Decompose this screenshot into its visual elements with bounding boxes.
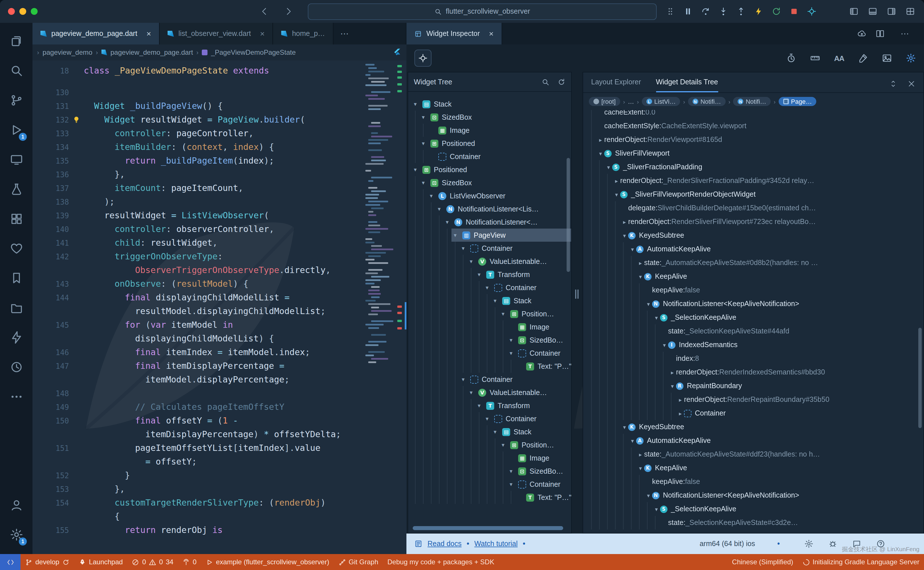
select-widget-mode-button[interactable] xyxy=(414,50,432,67)
tree-item-image[interactable]: ▦Image xyxy=(408,452,571,464)
tree-item-valuelistenable[interactable]: ▾VValueListenable… xyxy=(408,386,571,399)
expand-arrow-icon[interactable]: ▾ xyxy=(637,465,644,471)
activity-project-manager[interactable] xyxy=(0,293,32,323)
expand-arrow-icon[interactable]: ▾ xyxy=(491,429,499,435)
expand-arrow-icon[interactable]: ▾ xyxy=(412,167,419,173)
minimap[interactable] xyxy=(365,64,393,369)
expand-arrow-icon[interactable]: ▸ xyxy=(621,219,628,225)
code-editor[interactable]: 18class _PageViewDemoPageState extends13… xyxy=(32,60,406,554)
step-over-icon[interactable] xyxy=(701,7,710,16)
statusbar-launch-config[interactable]: example (flutter_scrollview_observer) xyxy=(201,554,334,570)
crumb-chip-listvi[interactable]: LListVi… xyxy=(642,97,680,106)
details-node-keyedsubtree[interactable]: ▾KKeyedSubtree xyxy=(583,228,923,242)
expand-arrow-icon[interactable]: ▾ xyxy=(491,297,499,304)
breadcrumb-item[interactable]: _PageViewDemoPageState xyxy=(211,49,296,57)
tree-item-container[interactable]: ▾Container xyxy=(408,412,571,425)
crumb-chip-page[interactable]: ▥Page… xyxy=(778,97,816,106)
expand-arrow-icon[interactable]: ▾ xyxy=(435,206,443,212)
tree-item-listviewobserver[interactable]: ▾LListViewObserver xyxy=(408,189,571,202)
expand-arrow-icon[interactable]: ▾ xyxy=(507,337,515,343)
details-node-keepalive[interactable]: ▾KKeepAlive xyxy=(583,270,923,283)
details-node-keepalive[interactable]: ▾KKeepAlive xyxy=(583,461,923,475)
tree-refresh-icon[interactable] xyxy=(558,78,565,86)
toggle-sidebar-left-icon[interactable] xyxy=(849,7,858,16)
activity-accounts[interactable] xyxy=(0,490,32,520)
expand-arrow-icon[interactable]: ▾ xyxy=(460,245,467,251)
hot-reload-icon[interactable] xyxy=(754,7,763,16)
activity-remote-explorer[interactable] xyxy=(0,145,32,175)
step-into-icon[interactable] xyxy=(719,7,728,16)
expand-arrow-icon[interactable]: ▾ xyxy=(452,232,459,238)
details-node-automatickeepalive[interactable]: ▾AAutomaticKeepAlive xyxy=(583,434,923,447)
minimize-window-button[interactable] xyxy=(19,8,26,15)
details-property-row[interactable]: cacheExtentStyle: CacheExtentStyle.viewp… xyxy=(583,119,923,133)
expand-arrow-icon[interactable]: ▾ xyxy=(613,191,620,198)
repaint-rainbow-icon[interactable] xyxy=(858,53,868,63)
tree-item-stack[interactable]: ▾▤Stack xyxy=(408,294,571,307)
activity-more[interactable] xyxy=(0,382,32,412)
split-editor-icon[interactable] xyxy=(875,29,885,38)
widget-tree-vscrollbar[interactable] xyxy=(567,158,570,272)
expand-arrow-icon[interactable]: ▾ xyxy=(507,468,515,474)
more-actions-icon[interactable]: ⋯ xyxy=(894,29,916,39)
guidelines-icon[interactable] xyxy=(810,53,820,63)
details-property-row[interactable]: ▸state: _AutomaticKeepAliveState#ddf23(h… xyxy=(583,447,923,461)
activity-search[interactable] xyxy=(0,56,32,86)
customize-layout-icon[interactable] xyxy=(906,7,915,16)
tree-item-notificationlistenerlis[interactable]: ▾NNotificationListener<Lis… xyxy=(408,202,571,216)
details-node-sliverfractionalpadding[interactable]: ▾S_SliverFractionalPadding xyxy=(583,160,923,174)
tab-close-icon[interactable]: × xyxy=(147,29,151,38)
tree-item-positioned[interactable]: ▾⊞Positioned xyxy=(408,163,571,176)
lightbulb-icon[interactable] xyxy=(69,116,84,124)
statusbar-debug-config[interactable]: Debug my code + packages + SDK xyxy=(383,554,499,570)
tree-item-transform[interactable]: ▾TTransform xyxy=(408,399,571,412)
details-node-keyedsubtree[interactable]: ▾KKeyedSubtree xyxy=(583,420,923,434)
tab-overflow-icon[interactable]: ⋯ xyxy=(334,23,356,44)
details-node-notificationlistenerkeepalivenotification[interactable]: ▾NNotificationListener<KeepAliveNotifica… xyxy=(583,297,923,311)
activity-explorer[interactable] xyxy=(0,26,32,56)
tree-item-textp[interactable]: TText: "P…" xyxy=(408,491,571,504)
tree-item-notificationlistener[interactable]: ▾NNotificationListener<… xyxy=(408,216,571,228)
devtools-settings-icon[interactable] xyxy=(804,539,814,549)
activity-bookmarks[interactable] xyxy=(0,264,32,293)
crumb-ellipsis[interactable]: … xyxy=(628,98,634,105)
statusbar-branch[interactable]: develop xyxy=(20,554,74,570)
expand-arrow-icon[interactable]: ▾ xyxy=(420,140,427,147)
maximize-window-button[interactable] xyxy=(31,8,38,15)
expand-arrow-icon[interactable]: ▸ xyxy=(669,369,676,375)
details-property-row[interactable]: index: 8 xyxy=(583,352,923,365)
activity-power-mode[interactable] xyxy=(0,323,32,352)
widget-tree-hscrollbar[interactable] xyxy=(413,526,563,530)
tree-item-position[interactable]: ▾⊞Position… xyxy=(408,438,571,452)
expand-arrow-icon[interactable]: ▾ xyxy=(412,101,419,107)
expand-arrow-icon[interactable]: ▾ xyxy=(507,481,515,487)
pause-icon[interactable] xyxy=(683,7,693,16)
details-node-selectionkeepalive[interactable]: ▾S_SelectionKeepAlive xyxy=(583,502,923,516)
details-vscrollbar[interactable] xyxy=(918,328,922,428)
performance-icon[interactable] xyxy=(786,53,796,63)
expand-arrow-icon[interactable]: ▾ xyxy=(645,301,652,307)
details-property-row[interactable]: ▸renderObject: RenderSliverFillViewport#… xyxy=(583,215,923,228)
details-property-row[interactable]: state: _SelectionKeepAliveState#c3d2e… xyxy=(583,516,923,530)
expand-arrow-icon[interactable]: ▾ xyxy=(443,219,451,225)
statusbar-language-mode[interactable]: Chinese (Simplified) xyxy=(727,554,798,570)
expand-arrow-icon[interactable]: ▾ xyxy=(500,442,507,448)
watch-tutorial-link[interactable]: Watch tutorial xyxy=(474,540,518,548)
expand-arrow-icon[interactable]: ▾ xyxy=(475,402,483,409)
forward-icon[interactable] xyxy=(284,7,293,16)
details-property-row[interactable]: keepAlive: false xyxy=(583,283,923,297)
tree-item-container[interactable]: ▾Container xyxy=(408,346,571,360)
activity-source-control[interactable] xyxy=(0,86,32,115)
expand-arrow-icon[interactable]: ▾ xyxy=(645,492,652,498)
expand-arrow-icon[interactable]: ▾ xyxy=(629,437,636,444)
read-docs-link[interactable]: Read docs xyxy=(428,540,462,548)
statusbar-git-graph[interactable]: Git Graph xyxy=(334,554,383,570)
close-window-button[interactable] xyxy=(8,8,15,15)
flutter-icon[interactable] xyxy=(393,48,402,57)
expand-arrow-icon[interactable]: ▸ xyxy=(597,136,604,143)
expand-arrow-icon[interactable]: ▸ xyxy=(677,410,684,417)
tree-item-sizedbo[interactable]: ▾⊡SizedBo… xyxy=(408,464,571,478)
tab-close-icon[interactable]: × xyxy=(260,29,265,38)
tree-item-positioned[interactable]: ▾⊞Positioned xyxy=(408,137,571,150)
activity-history[interactable] xyxy=(0,352,32,382)
